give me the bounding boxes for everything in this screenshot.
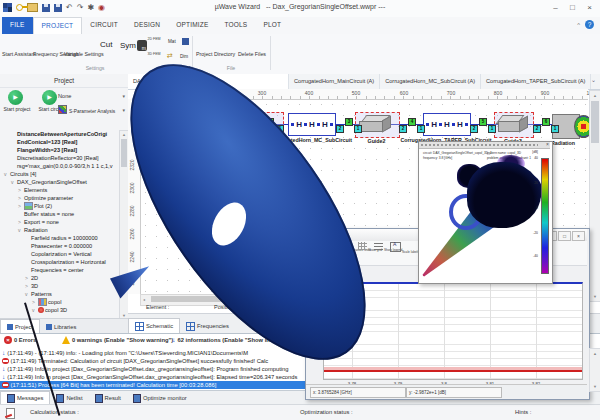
bottom-tab[interactable]: Result [89, 391, 127, 405]
tree-item[interactable]: > 3D [2, 282, 118, 290]
plot-toolbar-button[interactable]: Show legend [374, 242, 389, 264]
plot-close-button[interactable]: × [572, 231, 585, 241]
schematic-tab[interactable]: Schematic [128, 318, 180, 333]
tree-item[interactable]: Buffer status = none [2, 210, 118, 218]
analysis-type-dropdown[interactable]: S-Parameter Analysis ▾ [58, 105, 126, 116]
tree-item[interactable]: > Plot (2) [2, 202, 118, 210]
tree-item[interactable]: > Optimize parameter [2, 194, 118, 202]
start-project-button[interactable]: ▶ [8, 90, 23, 105]
pattern-3d-window[interactable]: × circuit: DAX_GregorianSingleOffset_cop… [418, 141, 553, 284]
tree-item[interactable]: EndConical=123 [Real] [2, 138, 118, 146]
tree-item[interactable]: > copol [2, 298, 118, 306]
mat-button[interactable]: Mat [168, 39, 176, 44]
ribbon-tab[interactable]: OPTIMIZE [168, 17, 216, 34]
cut-button[interactable]: Cut [100, 40, 112, 49]
tree-item[interactable]: Farfield radius = 10000000 [2, 234, 118, 242]
port-number[interactable]: 1 [417, 125, 425, 133]
ribbon-tab[interactable]: PROJECT [33, 17, 83, 34]
fem-button[interactable]: 2D FEM [144, 37, 164, 51]
warnings-counter[interactable]: 0 warnings (Enable "Show warning") [62, 336, 173, 344]
tree-item[interactable]: v copol 3D [2, 306, 118, 314]
document-tab[interactable]: CorrugatedHorn_MC_SubCircuit (A) [380, 74, 481, 89]
port-number[interactable]: 5 [479, 118, 487, 126]
tree-item[interactable]: v Circuits [4] [2, 170, 118, 178]
port-number[interactable]: 2 [533, 125, 541, 133]
help-icon[interactable]: ? [585, 20, 594, 29]
guide3-selection[interactable] [494, 112, 534, 138]
ribbon-tab[interactable]: DESIGN [126, 17, 168, 34]
tree-item[interactable]: Phasecenter = 0.000000 [2, 242, 118, 250]
maximize-button[interactable]: □ [564, 1, 581, 14]
ribbon-tab[interactable]: CIRCUIT [82, 17, 126, 34]
ribbon-tab[interactable]: FILE [2, 17, 33, 34]
bottom-tab[interactable]: Optimize monitor [127, 391, 193, 405]
ribbon-big-button[interactable]: Frequency Settings [33, 36, 63, 67]
tree-item[interactable]: > 2D [2, 274, 118, 282]
port-number[interactable]: 6 [542, 118, 550, 126]
scroll-up-icon[interactable]: ▲ [120, 132, 128, 137]
tab-overflow-icon[interactable]: ⌄ [591, 76, 596, 83]
tree-item[interactable]: > Elements [2, 186, 118, 194]
ribbon-file-button[interactable]: Project Directory [196, 36, 234, 67]
port-number[interactable]: 2 [399, 125, 407, 133]
mat-save-icon[interactable] [182, 38, 189, 46]
scroll-down-icon[interactable]: ▼ [590, 384, 600, 389]
project-tree: DistanceBetweenApertureCoOrigi EndConica… [2, 130, 118, 318]
plot-toolbar-button[interactable]: Show grid [358, 242, 373, 264]
tree-item[interactable]: Frequencies = center [2, 266, 118, 274]
sidebar-tab[interactable]: Libraries [40, 319, 82, 333]
document-tab[interactable]: CorrugatedHorn_TAPER_SubCircuit (A) [481, 74, 591, 89]
pattern-close-icon[interactable]: × [546, 141, 549, 147]
port-number[interactable]: 2 [336, 125, 344, 133]
plot-maximize-button[interactable]: □ [558, 231, 571, 241]
port-number[interactable]: 2 [470, 125, 478, 133]
message-row[interactable]: (17:11:51) Process [64 Bit] has been ter… [0, 381, 308, 389]
scroll-thumb[interactable] [591, 101, 599, 143]
port-number[interactable]: 1 [488, 125, 496, 133]
canvas-vscrollbar[interactable]: ▲ ▼ [589, 90, 600, 302]
tree-item[interactable]: FlangeWidth=23 [Real] [2, 146, 118, 154]
bottom-tab[interactable]: Messages [0, 391, 50, 405]
tree-item[interactable]: v DAX_GregorianSingleOffset [2, 178, 118, 186]
tree-item[interactable]: Crosspolarization = Horizontal [2, 258, 118, 266]
port-number[interactable]: 4 [408, 118, 416, 126]
ribbon-file-button[interactable]: Delete Files [236, 36, 268, 67]
export-icon[interactable]: ⇄ [167, 52, 173, 60]
sym-button[interactable]: Sym m [120, 40, 147, 51]
pattern-window-titlebar[interactable]: × [419, 142, 550, 149]
variable-set-dropdown[interactable]: None ▾ [58, 91, 126, 102]
scroll-thumb[interactable] [121, 139, 127, 167]
tree-item[interactable]: v Radiation [2, 226, 118, 234]
schematic-tab[interactable]: Frequencies [180, 319, 235, 333]
scroll-up-icon[interactable]: ▲ [590, 351, 600, 356]
tree-item[interactable]: rsg='max_gain(0.0,0.0-90/3,h 1 1 c,1,v [2, 162, 118, 170]
document-tab[interactable]: CorrugatedHorn_MainCircuit (A) [289, 74, 380, 89]
tree-item[interactable]: v Patterns [2, 290, 118, 298]
scroll-left-icon[interactable]: ◂ [143, 297, 145, 302]
port-number[interactable]: 1 [354, 125, 362, 133]
port-number[interactable]: 1 [551, 125, 559, 133]
tree-item[interactable]: DistanceBetweenApertureCoOrigi [2, 130, 118, 138]
fem-button[interactable]: 3D FEM [144, 52, 164, 66]
ribbon-big-button[interactable]: Start Assistant [2, 36, 32, 67]
scroll-down-icon[interactable]: ▼ [590, 294, 600, 299]
tree-item[interactable]: > Export = none [2, 218, 118, 226]
minimize-button[interactable]: – [547, 1, 564, 14]
ribbon-tab[interactable]: TOOLS [216, 17, 255, 34]
message-icon [2, 358, 9, 365]
subcircuit-element-mc[interactable]: HHH [288, 113, 336, 136]
ribbon-tab[interactable]: PLOT [255, 17, 289, 34]
messages-vscrollbar[interactable]: ▲ ▼ [589, 348, 600, 392]
errors-counter[interactable]: × 0 Errors [4, 336, 36, 344]
ribbon-pin-icon[interactable]: ^ [577, 22, 580, 28]
port-number[interactable]: 3 [345, 118, 353, 126]
ribbon-big-button[interactable]: Variable Settings [64, 36, 94, 67]
tree-item[interactable]: Copolarization = Vertical [2, 250, 118, 258]
plot-toolbar-button[interactable]: Scale labels [390, 242, 405, 264]
close-button[interactable]: × [581, 1, 598, 14]
tree-item[interactable]: DiscretisationReflector=30 [Real] [2, 154, 118, 162]
start-circuit-button[interactable]: ▶ [42, 90, 57, 105]
dim-button[interactable]: Dim [180, 54, 188, 59]
scroll-up-icon[interactable]: ▲ [590, 93, 600, 98]
subcircuit-element-taper[interactable]: HHH [423, 113, 471, 136]
